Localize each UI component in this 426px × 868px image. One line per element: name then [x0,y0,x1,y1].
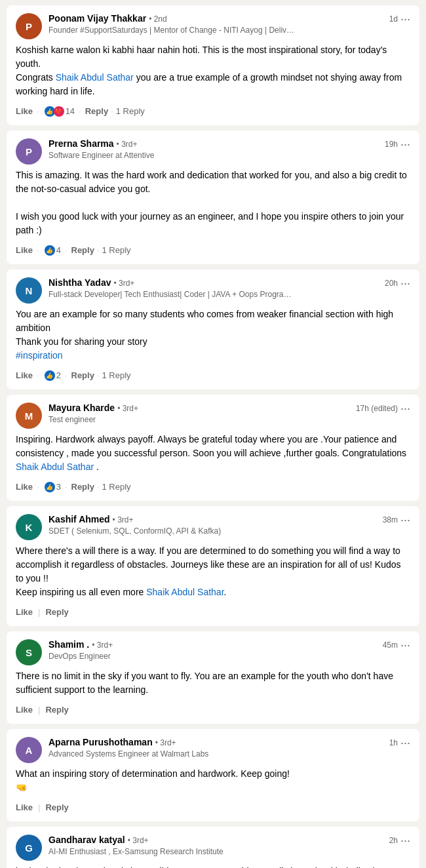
more-options-button[interactable]: ··· [400,403,410,414]
comment-actions: Like·👍2·Reply·1 Reply [16,368,410,383]
commenter-name[interactable]: Poonam Vijay Thakkar [48,13,146,24]
avatar: M [16,403,42,429]
reaction-group: 👍❤️14 [45,106,75,117]
header-meta: Shamim .• 3rd+45m···DevOps Engineer [48,639,410,661]
header-meta: Prerna Sharma• 3rd+19h···Software Engine… [48,138,410,160]
like-button[interactable]: Like [16,368,33,383]
commenter-title: SDET ( Selenium, SQL, ConformIQ, API & K… [48,526,298,536]
reaction-count: 3 [56,482,61,492]
commenter-title: AI-MI Enthusiast , Ex-Samsung Research I… [48,847,298,856]
connection-degree: • 3rd+ [128,836,149,845]
avatar: P [16,138,42,165]
avatar: A [16,737,42,763]
like-button[interactable]: Like [16,702,33,717]
connection-degree: • 3rd+ [113,279,134,288]
connection-degree: • 3rd+ [113,515,134,524]
more-options-button[interactable]: ··· [400,13,410,25]
mention-link[interactable]: Shaik Abdul Sathar [146,587,223,597]
like-button[interactable]: Like [16,800,33,815]
name-degree: Nishtha Yadav• 3rd+ [48,277,134,288]
separator: · [37,482,39,492]
like-button[interactable]: Like [16,104,33,119]
comment-header: GGandharav katyal• 3rd+2h···AI-MI Enthus… [16,835,410,861]
time-more: 1d··· [389,13,410,25]
reply-button[interactable]: Reply [45,604,68,620]
reply-count[interactable]: 1 Reply [102,370,131,380]
commenter-name[interactable]: Mayura Kharde [48,403,115,413]
separator: | [38,607,40,617]
reaction-count: 4 [56,245,61,255]
like-button[interactable]: Like [16,479,33,494]
more-options-button[interactable]: ··· [400,277,410,289]
commenter-name[interactable]: Shamim . [48,639,89,650]
commenter-name[interactable]: Prerna Sharma [48,138,114,149]
comment-body: This is amazing. It was the hard work an… [16,168,410,237]
connection-degree: • 2nd [149,14,167,24]
like-reaction-icon: 👍 [45,482,55,492]
more-options-button[interactable]: ··· [400,514,410,526]
name-row: Prerna Sharma• 3rd+19h··· [48,138,410,150]
reaction-count: 14 [66,106,75,116]
avatar: P [16,13,42,39]
connection-degree: • 3rd+ [155,738,176,747]
header-meta: Aparna Purushothaman• 3rd+1h···Advanced … [48,737,410,759]
separator: · [97,245,100,255]
time-more: 17h (edited)··· [356,403,410,414]
more-options-button[interactable]: ··· [400,835,410,846]
comment-card: PPoonam Vijay Thakkar• 2nd1d···Founder #… [7,5,419,125]
separator: · [37,106,39,116]
reply-button[interactable]: Reply [71,479,94,494]
comment-actions: Like|Reply [16,702,410,717]
reply-count[interactable]: 1 Reply [116,106,145,116]
mention-link[interactable]: Shaik Abdul Sathar [56,72,134,83]
mention-link[interactable]: Shaik Abdul Sathar [16,462,94,472]
reply-button[interactable]: Reply [71,243,94,258]
commenter-name[interactable]: Nishtha Yadav [48,277,111,288]
commenter-title: Founder #SupportSaturdays | Mentor of Ch… [48,26,298,35]
commenter-name[interactable]: Kashif Ahmed [48,514,110,524]
hashtag-link[interactable]: #inspiration [16,350,63,361]
reply-button[interactable]: Reply [71,368,94,383]
comment-time: 1d [389,14,398,24]
comment-body: You are an example for so many students … [16,307,410,363]
separator: | [38,705,40,715]
separator: · [97,370,100,380]
commenter-name[interactable]: Aparna Purushothaman [48,737,153,747]
comment-body: There is no limit in the sky if you want… [16,669,410,697]
connection-degree: • 3rd+ [117,404,138,413]
comment-header: KKashif Ahmed• 3rd+38m···SDET ( Selenium… [16,514,410,540]
comment-time: 2h [389,836,398,845]
reaction-group: 👍3 [45,482,61,492]
more-options-button[interactable]: ··· [400,639,410,651]
name-degree: Aparna Purushothaman• 3rd+ [48,737,176,747]
comment-card: GGandharav katyal• 3rd+2h···AI-MI Enthus… [7,827,419,868]
more-options-button[interactable]: ··· [400,737,410,749]
comment-card: KKashif Ahmed• 3rd+38m···SDET ( Selenium… [7,506,419,626]
reaction-group: 👍2 [45,370,61,381]
commenter-title: Advanced Systems Engineer at Walmart Lab… [48,749,298,759]
commenter-name[interactable]: Gandharav katyal [48,835,125,845]
like-button[interactable]: Like [16,604,33,620]
comment-body: it's inspirational , "Nothng is impossib… [16,865,410,868]
reply-button[interactable]: Reply [45,702,68,717]
separator: · [65,482,68,492]
reply-button[interactable]: Reply [85,104,108,119]
header-meta: Nishtha Yadav• 3rd+20h···Full-stack Deve… [48,277,410,299]
time-more: 45m··· [383,639,410,651]
reply-button[interactable]: Reply [45,800,68,815]
like-button[interactable]: Like [16,243,33,258]
comment-body: Koshish karne walon ki kabhi haar nahin … [16,43,410,98]
header-meta: Poonam Vijay Thakkar• 2nd1d···Founder #S… [48,13,410,35]
header-meta: Gandharav katyal• 3rd+2h···AI-MI Enthusi… [48,835,410,856]
comment-time: 45m [383,641,398,650]
comment-time: 20h [385,279,398,288]
comment-card: AAparna Purushothaman• 3rd+1h···Advanced… [7,729,419,821]
time-more: 19h··· [385,138,410,150]
reply-count[interactable]: 1 Reply [102,245,131,255]
name-degree: Prerna Sharma• 3rd+ [48,138,138,149]
more-options-button[interactable]: ··· [400,138,410,150]
comment-card: MMayura Kharde• 3rd+17h (edited)···Test … [7,395,419,501]
comment-time: 17h (edited) [356,404,398,413]
reply-count[interactable]: 1 Reply [102,482,131,492]
name-row: Mayura Kharde• 3rd+17h (edited)··· [48,403,410,414]
